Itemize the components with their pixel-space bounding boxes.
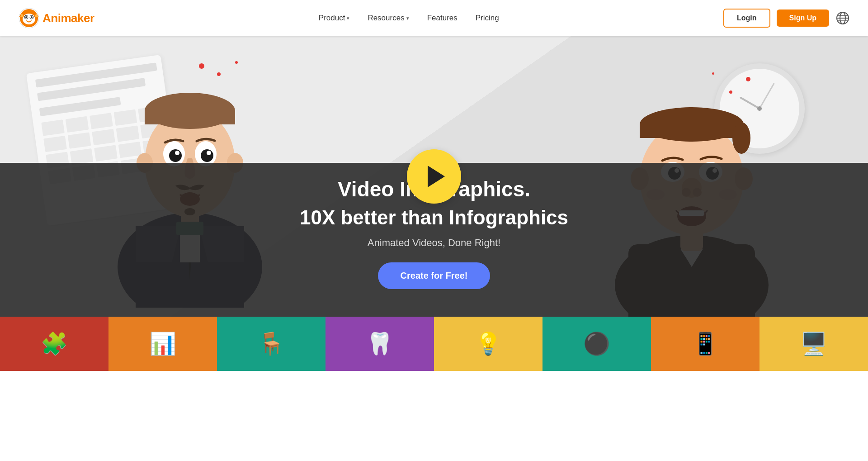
svg-point-2	[23, 14, 35, 24]
navbar: Animaker Product ▾ Resources ▾ Features …	[0, 0, 868, 36]
nav-item-pricing[interactable]: Pricing	[476, 14, 499, 23]
product-chevron-icon: ▾	[347, 15, 349, 21]
play-triangle-icon	[428, 166, 445, 187]
puzzle-icon: 🧩	[41, 331, 68, 356]
nav-product-label: Product	[319, 14, 345, 23]
globe-icon[interactable]	[835, 11, 850, 25]
svg-point-33	[201, 149, 213, 162]
icon-strip-item-1[interactable]: 🧩	[0, 317, 108, 371]
svg-point-34	[175, 151, 179, 155]
signup-button[interactable]: Sign Up	[777, 10, 829, 27]
icon-strip-item-6[interactable]: ⚫	[542, 317, 651, 371]
chart-icon: 📊	[149, 331, 176, 356]
icon-strip-item-3[interactable]: 🪑	[217, 317, 326, 371]
desktop-icon: 🖥️	[800, 331, 827, 356]
nav-item-resources[interactable]: Resources ▾	[368, 14, 409, 23]
hero-description: Animated Videos, Done Right!	[368, 237, 500, 249]
svg-point-6	[31, 16, 33, 18]
svg-point-32	[169, 149, 182, 162]
icon-strip-item-7[interactable]: 📱	[651, 317, 760, 371]
logo-text: Animaker	[42, 11, 94, 25]
logo-icon	[18, 7, 40, 29]
resources-chevron-icon: ▾	[406, 15, 409, 21]
nav-item-features[interactable]: Features	[427, 14, 458, 23]
svg-point-48	[732, 122, 750, 154]
navbar-actions: Login Sign Up	[723, 9, 850, 28]
logo[interactable]: Animaker	[18, 7, 94, 29]
svg-rect-47	[640, 124, 744, 138]
nav-pricing-label: Pricing	[476, 14, 499, 23]
hero-subtitle: 10X better than Infographics	[300, 206, 568, 230]
svg-point-35	[207, 151, 211, 155]
login-button[interactable]: Login	[723, 9, 770, 28]
play-button[interactable]	[407, 149, 461, 204]
icon-strip-item-2[interactable]: 📊	[108, 317, 217, 371]
nav-resources-label: Resources	[368, 14, 404, 23]
nav-menu: Product ▾ Resources ▾ Features Pricing	[319, 14, 499, 23]
mobile-icon: 📱	[692, 331, 719, 356]
circle-icon: ⚫	[583, 331, 610, 356]
nav-item-product[interactable]: Product ▾	[319, 14, 350, 23]
tooth-icon: 🦷	[366, 331, 393, 356]
chair-icon: 🪑	[258, 331, 285, 356]
create-free-button[interactable]: Create for Free!	[378, 262, 491, 289]
icon-strip-item-4[interactable]: 🦷	[326, 317, 434, 371]
nav-features-label: Features	[427, 14, 458, 23]
icon-strip-item-5[interactable]: 💡	[434, 317, 542, 371]
svg-rect-27	[145, 111, 235, 124]
svg-point-5	[25, 16, 27, 18]
icon-strip-item-8[interactable]: 🖥️	[760, 317, 868, 371]
hero-section: Video Infographics. 10X better than Info…	[0, 36, 868, 317]
lightbulb-icon: 💡	[475, 331, 502, 356]
icon-strip: 🧩 📊 🪑 🦷 💡 ⚫ 📱 🖥️	[0, 317, 868, 371]
